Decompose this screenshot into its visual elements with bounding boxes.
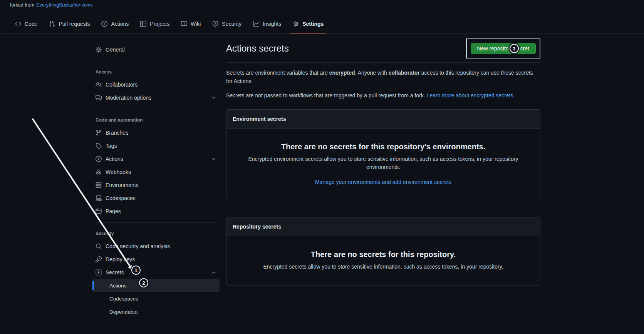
sidebar-item-pages[interactable]: Pages	[92, 205, 220, 218]
search-icon	[96, 243, 102, 249]
environment-secrets-empty-desc: Encrypted environment secrets allow you …	[239, 155, 528, 171]
comment-discussion-icon	[96, 95, 102, 101]
tab-code-label: Code	[25, 21, 37, 27]
tab-actions[interactable]: Actions	[96, 15, 134, 33]
text-segment-bold: collaborator	[389, 70, 420, 76]
sidebar-item-secrets-dependabot[interactable]: Dependabot	[92, 305, 220, 318]
tab-projects[interactable]: Projects	[134, 15, 175, 33]
sidebar-item-webhooks[interactable]: Webhooks	[92, 165, 220, 179]
main-content: Actions secrets New repository secret 3 …	[226, 33, 540, 286]
pull-request-icon	[49, 21, 55, 27]
shield-icon	[212, 21, 218, 27]
sidebar-item-secrets-codespaces[interactable]: Codespaces	[92, 292, 220, 305]
tab-security-label: Security	[222, 21, 242, 27]
chevron-down-icon	[211, 156, 216, 162]
sidebar-item-secrets-actions[interactable]: Actions	[92, 279, 220, 292]
sidebar-divider	[96, 222, 216, 223]
graph-icon	[253, 21, 259, 27]
annotation-step-1-badge: 1	[131, 266, 141, 275]
projects-icon	[140, 21, 146, 27]
sidebar-item-secrets-codespaces-label: Codespaces	[109, 296, 138, 302]
sidebar-item-moderation-options-label: Moderation options	[106, 95, 151, 101]
text-segment: Secrets are not passed to workflows that…	[226, 92, 427, 99]
repository-secrets-box: Repository secrets There are no secrets …	[226, 217, 540, 286]
page-header: Actions secrets New repository secret 3	[226, 38, 540, 63]
sidebar-item-moderation-options[interactable]: Moderation options	[92, 91, 220, 104]
sidebar-item-environments-label: Environments	[106, 182, 139, 188]
annotation-step-3-badge: 3	[510, 44, 519, 53]
sidebar-item-code-security-label: Code security and analysis	[106, 243, 170, 249]
tab-insights[interactable]: Insights	[247, 15, 287, 33]
sidebar-item-collaborators[interactable]: Collaborators	[92, 78, 220, 91]
settings-sidebar: General Access Collaborators Moderation …	[92, 33, 220, 318]
sidebar-item-webhooks-label: Webhooks	[106, 169, 131, 175]
sidebar-item-general[interactable]: General	[92, 43, 220, 56]
manage-environments-link[interactable]: Manage your environments and add environ…	[315, 179, 451, 185]
tab-pull-requests[interactable]: Pull requests	[43, 15, 96, 33]
annotation-highlight-box: New repository secret 3	[466, 38, 540, 58]
play-icon	[96, 156, 102, 162]
secrets-intro-text: Secrets are environment variables that a…	[226, 69, 540, 85]
sidebar-item-tags-label: Tags	[106, 143, 117, 149]
forked-from-note: forked from EverythingSuckz/htv-coins	[10, 2, 93, 8]
page-title: Actions secrets	[226, 43, 289, 54]
tab-actions-label: Actions	[111, 21, 129, 27]
people-icon	[96, 82, 102, 88]
play-icon	[101, 21, 107, 27]
tab-projects-label: Projects	[150, 21, 169, 27]
new-repository-secret-button[interactable]: New repository secret 3	[471, 43, 536, 54]
repo-nav: Code Pull requests Actions Projects Wiki…	[0, 15, 644, 33]
text-segment: Secrets are environment variables that a…	[226, 70, 329, 76]
tab-wiki[interactable]: Wiki	[175, 15, 206, 33]
browser-icon	[96, 208, 102, 214]
sidebar-item-actions-label: Actions	[106, 156, 123, 162]
repository-secrets-header: Repository secrets	[226, 217, 540, 236]
repository-secrets-empty-desc: Encrypted secrets allow you to store sen…	[239, 263, 528, 271]
sidebar-item-secrets-actions-label: Actions	[109, 283, 126, 289]
sidebar-divider	[96, 109, 216, 109]
tab-settings[interactable]: Settings	[287, 15, 329, 33]
sidebar-item-codespaces-label: Codespaces	[106, 195, 136, 201]
sidebar-item-codespaces[interactable]: Codespaces	[92, 192, 220, 205]
tab-pull-requests-label: Pull requests	[59, 21, 90, 27]
key-icon	[96, 256, 102, 262]
repository-secrets-empty-title: There are no secrets for this repository…	[239, 250, 528, 259]
sidebar-item-pages-label: Pages	[106, 208, 121, 214]
chevron-up-icon	[211, 270, 216, 275]
sidebar-section-code-and-automation: Code and automation	[92, 114, 220, 126]
text-segment: .	[513, 92, 515, 99]
tab-security[interactable]: Security	[206, 15, 247, 33]
sidebar-item-environments[interactable]: Environments	[92, 179, 220, 192]
tab-settings-label: Settings	[302, 21, 324, 27]
environment-secrets-header: Environment secrets	[226, 110, 540, 129]
sidebar-item-branches[interactable]: Branches	[92, 126, 220, 139]
text-segment: . Anyone with	[355, 70, 389, 76]
tab-code[interactable]: Code	[9, 15, 43, 33]
learn-more-encrypted-secrets-link[interactable]: Learn more about encrypted secrets	[427, 92, 513, 99]
chevron-down-icon	[211, 95, 216, 100]
code-icon	[15, 21, 21, 27]
sidebar-item-secrets[interactable]: Secrets	[92, 266, 220, 279]
sidebar-item-general-label: General	[106, 47, 125, 53]
new-repository-secret-label: New repository secret	[477, 45, 529, 52]
annotation-step-2-badge: 2	[139, 278, 148, 287]
text-segment-bold: encrypted	[329, 70, 355, 76]
sidebar-divider	[96, 61, 216, 61]
tab-wiki-label: Wiki	[191, 21, 201, 27]
gear-icon	[293, 21, 299, 27]
sidebar-item-actions[interactable]: Actions	[92, 152, 220, 165]
environment-secrets-blankslate: There are no secrets for this repository…	[226, 129, 540, 200]
tag-icon	[96, 143, 102, 149]
codespaces-icon	[96, 195, 102, 201]
sidebar-item-secrets-dependabot-label: Dependabot	[109, 309, 138, 315]
sidebar-item-branches-label: Branches	[106, 130, 128, 136]
branch-icon	[96, 130, 102, 136]
sidebar-item-deploy-keys-label: Deploy keys	[106, 256, 135, 262]
sidebar-item-code-security[interactable]: Code security and analysis	[92, 240, 220, 253]
sidebar-item-tags[interactable]: Tags	[92, 139, 220, 152]
secrets-asterisk-icon	[96, 269, 102, 276]
sidebar-item-secrets-label: Secrets	[106, 269, 124, 276]
forked-from-repo-link[interactable]: EverythingSuckz/htv-coins	[36, 2, 93, 8]
sidebar-item-deploy-keys[interactable]: Deploy keys	[92, 253, 220, 266]
gear-icon	[96, 47, 102, 53]
